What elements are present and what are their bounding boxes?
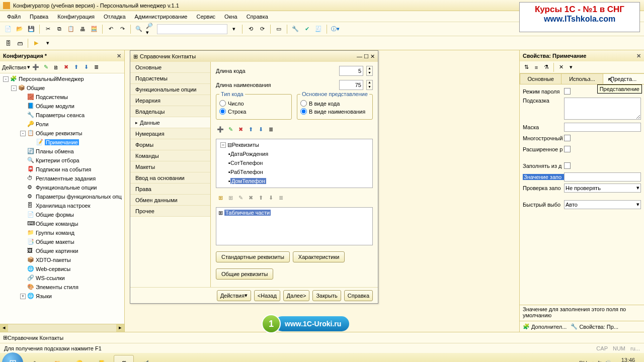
- tree-node[interactable]: +🌐Языки: [0, 292, 124, 301]
- props-sort-icon[interactable]: ⇅: [522, 63, 531, 72]
- tree-node[interactable]: 🔗WS-ссылки: [0, 274, 124, 283]
- tab-main[interactable]: Основные: [520, 73, 561, 84]
- system-tray[interactable]: RU ▲ 🏳 🔊 13:4606.07.2013: [579, 357, 642, 362]
- db2-icon[interactable]: 🗃: [15, 38, 25, 48]
- props-drop-icon[interactable]: ▾: [567, 63, 576, 72]
- props-close-icon[interactable]: ✕: [636, 53, 641, 59]
- tree-node[interactable]: 📑Общие макеты: [0, 237, 124, 246]
- tp-down-icon[interactable]: ⬇: [266, 193, 275, 202]
- view-as-name[interactable]: [300, 108, 307, 115]
- palette-icon[interactable]: 🧾: [313, 24, 324, 34]
- tree-node[interactable]: 📘Общие модули: [0, 102, 124, 111]
- category-item[interactable]: Обмен данными: [130, 195, 210, 206]
- attr-edit-icon[interactable]: ✎: [226, 125, 235, 134]
- tree-node[interactable]: 🔑Роли: [0, 120, 124, 129]
- print-icon[interactable]: 🖶: [77, 24, 88, 34]
- actions-dropdown[interactable]: Действия: [2, 64, 26, 70]
- category-item[interactable]: Права: [130, 184, 210, 195]
- tree-node[interactable]: 📦XDTO-пакеты: [0, 255, 124, 264]
- fill-from-check[interactable]: [564, 162, 571, 169]
- category-item[interactable]: Ввод на основании: [130, 172, 210, 184]
- find-icon[interactable]: 🔍: [134, 24, 144, 34]
- binoculars-icon[interactable]: ⟲: [246, 24, 256, 34]
- password-mode-check[interactable]: [564, 88, 571, 95]
- run-icon[interactable]: ▶: [31, 38, 41, 48]
- menu-config[interactable]: Конфигурация: [53, 13, 99, 21]
- tree-node[interactable]: 🌐Web-сервисы: [0, 264, 124, 274]
- configurator-task-icon[interactable]: 🛠: [114, 355, 134, 362]
- next-button[interactable]: Далее>: [283, 290, 310, 301]
- compare-icon[interactable]: 🧮: [89, 24, 99, 34]
- explorer-icon[interactable]: 🗂: [25, 355, 45, 362]
- tp-add-icon[interactable]: ⊞: [216, 193, 225, 202]
- tree-node[interactable]: 🔧Параметры сеанса: [0, 111, 124, 120]
- tree-node[interactable]: 🎨Элементы стиля: [0, 283, 124, 292]
- characteristics-button[interactable]: Характеристики: [293, 251, 345, 262]
- menu-edit[interactable]: Правка: [26, 13, 52, 21]
- hint-input[interactable]: [564, 98, 641, 120]
- sort-icon[interactable]: ≣: [92, 63, 101, 72]
- view-as-code[interactable]: [300, 100, 307, 107]
- chrome-icon[interactable]: 🟡: [69, 355, 90, 362]
- tree-node[interactable]: -📋Общие реквизиты: [0, 129, 124, 138]
- multiline-check[interactable]: [564, 135, 571, 141]
- db-icon[interactable]: 🗄: [3, 38, 13, 48]
- minimize-icon[interactable]: —: [357, 53, 362, 60]
- close-dialog-icon[interactable]: ✕: [370, 53, 375, 60]
- tree-node[interactable]: ⚙Функциональные опции: [0, 183, 124, 192]
- tree-node[interactable]: -🧩ПерсональныйМенеджер: [0, 74, 124, 83]
- window-tab-label[interactable]: Справочник Контакты: [8, 335, 63, 341]
- start-button[interactable]: ⊞: [2, 352, 23, 362]
- close-icon[interactable]: ✕: [117, 53, 121, 59]
- menu-admin[interactable]: Администрирование: [131, 13, 192, 21]
- tree-node[interactable]: 🖼Общие картинки: [0, 246, 124, 255]
- attr-up-icon[interactable]: ⬆: [246, 125, 255, 134]
- extended-check[interactable]: [564, 146, 571, 152]
- camera-icon[interactable]: 📹: [136, 355, 156, 362]
- maximize-icon[interactable]: ☐: [364, 53, 369, 60]
- tree-node[interactable]: -📦Общие: [0, 83, 124, 93]
- tab-presentation[interactable]: Предста...: [603, 73, 644, 84]
- category-item[interactable]: Подсистемы: [130, 73, 210, 84]
- tree-hscroll[interactable]: ◂▸: [0, 324, 124, 332]
- undo-icon[interactable]: ↶: [106, 24, 116, 34]
- folder-icon[interactable]: 📁: [47, 355, 67, 362]
- add-icon[interactable]: ➕: [31, 63, 40, 72]
- new-icon[interactable]: 📄: [3, 24, 13, 34]
- properties-tab[interactable]: 🔧 Свойства: Пр...: [571, 323, 618, 330]
- code-type-string[interactable]: [219, 108, 226, 115]
- attr-add-icon[interactable]: ➕: [216, 125, 225, 134]
- category-item[interactable]: Прочее: [130, 206, 210, 217]
- name-length-input[interactable]: [339, 80, 363, 90]
- check-icon[interactable]: ✔: [302, 24, 312, 34]
- check-select[interactable]: Не проверять▾: [564, 184, 641, 193]
- category-item[interactable]: Владельцы: [130, 106, 210, 117]
- tp-sort-icon[interactable]: ≣: [276, 193, 285, 202]
- category-item[interactable]: Основные: [130, 62, 210, 73]
- tree-node[interactable]: 🔍Критерии отбора: [0, 156, 124, 165]
- tree-node[interactable]: 🗄Хранилища настроек: [0, 201, 124, 210]
- tree-node[interactable]: 🔄Планы обмена: [0, 147, 124, 156]
- dlg-actions-button[interactable]: Действия ▾: [217, 290, 251, 301]
- tree-node[interactable]: 🧱Подсистемы: [0, 93, 124, 102]
- tp-del-icon[interactable]: ✖: [246, 193, 255, 202]
- common-attrs-button[interactable]: Общие реквизиты: [216, 268, 273, 280]
- app-folder-icon[interactable]: 📒: [92, 355, 112, 362]
- category-item[interactable]: Иерархия: [130, 95, 210, 106]
- save-icon[interactable]: 💾: [26, 24, 36, 34]
- name-length-spinner[interactable]: ▲▼: [366, 80, 373, 90]
- tree-node[interactable]: 📄Общие формы: [0, 210, 124, 219]
- chevron-down-icon[interactable]: ▾: [229, 24, 239, 34]
- help-button[interactable]: Справка: [344, 290, 373, 301]
- dialog-titlebar[interactable]: ⊞Справочник Контакты — ☐ ✕: [130, 51, 378, 62]
- category-item[interactable]: Функциональные опции: [130, 84, 210, 95]
- tree-node[interactable]: ⌨Общие команды: [0, 219, 124, 228]
- syntax-icon[interactable]: 🔧: [290, 24, 300, 34]
- menu-windows[interactable]: Окна: [220, 13, 242, 21]
- box-icon[interactable]: ▭: [274, 24, 284, 34]
- props-filter-icon[interactable]: ⚗: [542, 63, 551, 72]
- tp-edit-icon[interactable]: ✎: [236, 193, 245, 202]
- tab-usage[interactable]: Использ...: [561, 73, 603, 84]
- props-clear-icon[interactable]: ✕: [556, 63, 566, 72]
- mask-input[interactable]: [564, 123, 641, 132]
